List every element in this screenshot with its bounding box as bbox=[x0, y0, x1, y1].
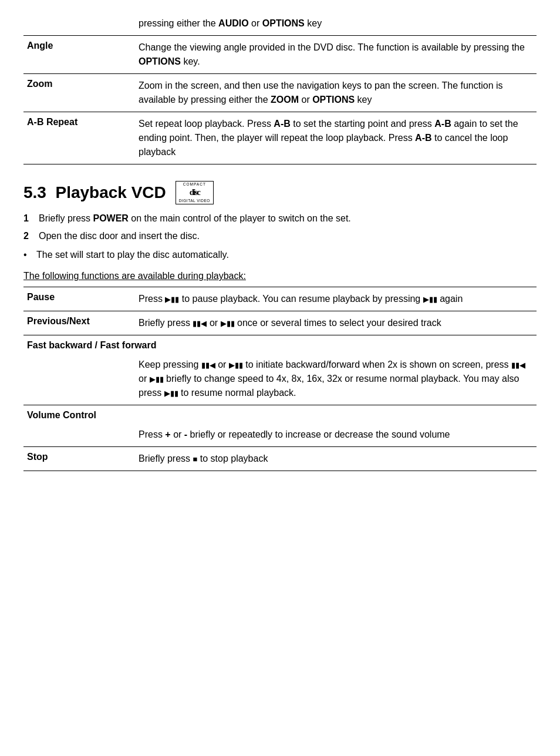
volume-control-desc: Press + or - briefly or repeatedly to in… bbox=[135, 423, 537, 447]
bullet-text: The set will start to play the disc auto… bbox=[36, 248, 229, 262]
table-row-angle: Angle Change the viewing angle provided … bbox=[23, 36, 537, 74]
next-icon-2: ▶▮▮ bbox=[229, 361, 243, 369]
steps-list: 1 Briefly press POWER on the main contro… bbox=[23, 211, 537, 243]
pause-desc: Press ▶▮▮ to pause playback. You can res… bbox=[135, 287, 537, 311]
top-label-cell bbox=[23, 12, 135, 36]
angle-label: Angle bbox=[23, 36, 135, 74]
table-row-fast-bwd-fwd-desc: Keep pressing ▮▮◀ or ▶▮▮ to initiate bac… bbox=[23, 353, 537, 405]
section-title: 5.3 Playback VCD bbox=[23, 183, 166, 202]
zoom-label: Zoom bbox=[23, 74, 135, 112]
angle-desc: Change the viewing angle provided in the… bbox=[135, 36, 537, 74]
stop-desc: Briefly press ■ to stop playback bbox=[135, 447, 537, 471]
stop-label: Stop bbox=[23, 447, 135, 471]
step-1-number: 1 bbox=[23, 211, 34, 226]
step-1-text: Briefly press POWER on the main control … bbox=[39, 211, 351, 226]
table-row-volume-control: Volume Control bbox=[23, 405, 537, 424]
pause-label: Pause bbox=[23, 287, 135, 311]
volume-control-label: Volume Control bbox=[23, 405, 537, 424]
next-icon-3: ▶▮▮ bbox=[150, 375, 164, 384]
prev-icon-3: ▮▮◀ bbox=[511, 361, 525, 369]
play-pause-icon-3: ▶▮▮ bbox=[164, 389, 178, 398]
prev-icon: ▮▮◀ bbox=[193, 319, 207, 328]
step-2-number: 2 bbox=[23, 229, 34, 243]
next-icon: ▶▮▮ bbox=[221, 319, 235, 328]
prev-icon-2: ▮▮◀ bbox=[201, 361, 215, 369]
table-row-zoom: Zoom Zoom in the screen, and then use th… bbox=[23, 74, 537, 112]
section-heading: 5.3 Playback VCD COMPACT disc DIGITAL VI… bbox=[23, 181, 537, 204]
play-pause-icon-2: ▶▮▮ bbox=[423, 295, 437, 304]
bullet-item-1: • The set will start to play the disc au… bbox=[23, 248, 537, 262]
disc-digital-video-text: DIGITAL VIDEO bbox=[179, 199, 210, 203]
table-row-ab-repeat: A-B Repeat Set repeat loop playback. Pre… bbox=[23, 112, 537, 164]
functions-table: Pause Press ▶▮▮ to pause playback. You c… bbox=[23, 287, 537, 471]
disc-icon: COMPACT disc DIGITAL VIDEO bbox=[176, 181, 214, 204]
bullet-symbol: • bbox=[23, 248, 32, 262]
step-2: 2 Open the disc door and insert the disc… bbox=[23, 229, 537, 243]
prev-next-label: Previous/Next bbox=[23, 311, 135, 335]
step-2-text: Open the disc door and insert the disc. bbox=[39, 229, 200, 243]
following-functions-heading: The following functions are available du… bbox=[23, 269, 537, 283]
ab-repeat-label: A-B Repeat bbox=[23, 112, 135, 164]
fast-bwd-fwd-desc: Keep pressing ▮▮◀ or ▶▮▮ to initiate bac… bbox=[135, 353, 537, 405]
table-row-pause: Pause Press ▶▮▮ to pause playback. You c… bbox=[23, 287, 537, 311]
table-row-top: pressing either the AUDIO or OPTIONS key bbox=[23, 12, 537, 36]
prev-next-desc: Briefly press ▮▮◀ or ▶▮▮ once or several… bbox=[135, 311, 537, 335]
bullet-list: • The set will start to play the disc au… bbox=[23, 248, 537, 262]
disc-symbol-text: disc bbox=[190, 187, 200, 199]
ab-repeat-desc: Set repeat loop playback. Press A-B to s… bbox=[135, 112, 537, 164]
table-row-volume-control-desc: Press + or - briefly or repeatedly to in… bbox=[23, 423, 537, 447]
top-desc-cell: pressing either the AUDIO or OPTIONS key bbox=[135, 12, 537, 36]
fast-bwd-fwd-label: Fast backward / Fast forward bbox=[23, 335, 537, 354]
play-pause-icon-1: ▶▮▮ bbox=[165, 295, 179, 304]
zoom-desc: Zoom in the screen, and then use the nav… bbox=[135, 74, 537, 112]
stop-icon: ■ bbox=[193, 455, 197, 463]
table-row-prev-next: Previous/Next Briefly press ▮▮◀ or ▶▮▮ o… bbox=[23, 311, 537, 335]
step-1: 1 Briefly press POWER on the main contro… bbox=[23, 211, 537, 226]
disc-compact-text: COMPACT bbox=[183, 182, 206, 187]
table-row-fast-bwd-fwd: Fast backward / Fast forward bbox=[23, 335, 537, 354]
table-row-stop: Stop Briefly press ■ to stop playback bbox=[23, 447, 537, 471]
